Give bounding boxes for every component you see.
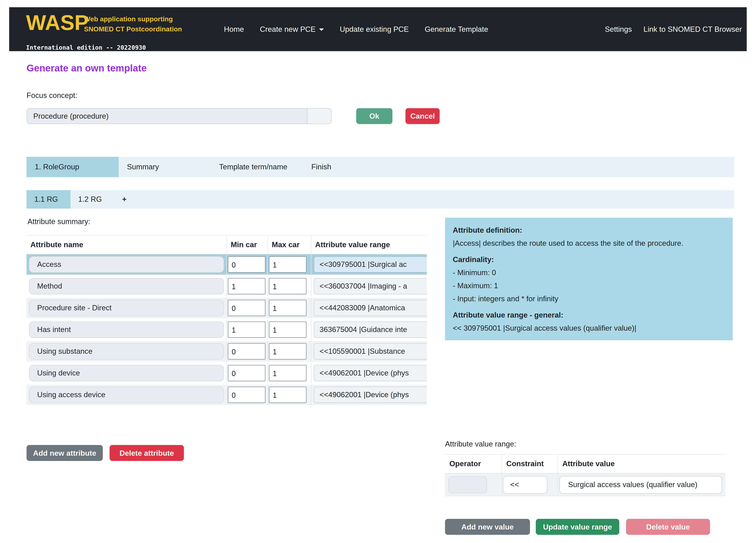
attribute-value-range-field[interactable]: <<442083009 |Anatomica bbox=[314, 300, 427, 316]
table-row-has-intent[interactable]: Has intent 363675004 |Guidance inte bbox=[27, 320, 427, 340]
max-car-input[interactable] bbox=[269, 365, 307, 381]
attribute-value-range-label: Attribute value range: bbox=[445, 440, 516, 448]
attribute-name-field[interactable]: Using substance bbox=[29, 343, 224, 360]
col-attribute-value-range: Attribute value range bbox=[311, 236, 427, 254]
table-row-using-device[interactable]: Using device <<49062001 |Device (phys bbox=[27, 363, 427, 383]
add-new-value-button[interactable]: Add new value bbox=[445, 519, 530, 535]
attribute-name-field[interactable]: Has intent bbox=[29, 321, 224, 338]
value-range-general-heading: Attribute value range - general: bbox=[453, 309, 725, 322]
col-min-car: Min car bbox=[227, 236, 268, 254]
value-range-row[interactable]: << Surgical access values (qualifier val… bbox=[445, 473, 725, 496]
delete-value-button[interactable]: Delete value bbox=[626, 519, 710, 535]
max-car-input[interactable] bbox=[269, 278, 307, 294]
tab-summary[interactable]: Summary bbox=[119, 157, 211, 177]
nav-item-update-existing-pce[interactable]: Update existing PCE bbox=[340, 25, 409, 34]
add-new-attribute-button[interactable]: Add new attribute bbox=[27, 445, 103, 461]
max-car-input[interactable] bbox=[269, 256, 307, 273]
attribute-value-range-field[interactable]: <<49062001 |Device (phys bbox=[314, 387, 427, 403]
value-range-table-header: Operator Constraint Attribute value bbox=[445, 454, 725, 473]
top-navbar: WASP Web application supporting SNOMED C… bbox=[9, 7, 747, 51]
max-car-input[interactable] bbox=[269, 343, 307, 360]
attribute-name-field[interactable]: Access bbox=[29, 256, 224, 273]
attribute-value-range-field[interactable]: <<49062001 |Device (phys bbox=[314, 365, 427, 381]
col-operator: Operator bbox=[445, 455, 502, 473]
operator-input bbox=[448, 476, 487, 493]
value-range-general-text: << 309795001 |Surgical access values (qu… bbox=[453, 321, 725, 334]
table-row-using-access-device[interactable]: Using access device <<49062001 |Device (… bbox=[27, 385, 427, 405]
nav-item-settings[interactable]: Settings bbox=[605, 25, 632, 34]
table-row-access[interactable]: Access <<309795001 |Surgical ac bbox=[27, 254, 427, 275]
focus-concept-value: Procedure (procedure) bbox=[27, 109, 331, 123]
cardinality-maximum: - Maximum: 1 bbox=[453, 279, 725, 292]
definition-text: |Access| describes the route used to acc… bbox=[453, 237, 725, 250]
update-value-range-button[interactable]: Update value range bbox=[536, 519, 619, 535]
col-max-car: Max car bbox=[268, 236, 311, 254]
page-title: Generate an own template bbox=[27, 63, 147, 74]
max-car-input[interactable] bbox=[269, 300, 307, 316]
attribute-definition-panel: Attribute definition: |Access| describes… bbox=[445, 218, 733, 340]
attribute-value-range-field[interactable]: <<309795001 |Surgical ac bbox=[314, 256, 427, 273]
col-attribute-value: Attribute value bbox=[558, 455, 725, 473]
attribute-name-field[interactable]: Procedure site - Direct bbox=[29, 300, 224, 316]
ok-button[interactable]: Ok bbox=[356, 108, 392, 124]
wizard-steps-bar: 1. RoleGroup Summary Template term/name … bbox=[27, 157, 734, 177]
min-car-input[interactable] bbox=[228, 343, 265, 360]
table-row-using-substance[interactable]: Using substance <<105590001 |Substance bbox=[27, 341, 427, 362]
nav-item-generate-template[interactable]: Generate Template bbox=[425, 25, 488, 34]
focus-concept-input-addon[interactable] bbox=[307, 109, 331, 123]
nav-item-home[interactable]: Home bbox=[224, 25, 244, 34]
tab-rg-1-2[interactable]: 1.2 RG bbox=[70, 190, 114, 209]
edition-label: International edition -- 20220930 bbox=[26, 44, 146, 51]
min-car-input[interactable] bbox=[228, 278, 265, 294]
focus-concept-input[interactable]: Procedure (procedure) bbox=[27, 108, 332, 124]
min-car-input[interactable] bbox=[228, 256, 265, 273]
min-car-input[interactable] bbox=[228, 321, 265, 338]
tab-rolegroup[interactable]: 1. RoleGroup bbox=[27, 157, 119, 177]
min-car-input[interactable] bbox=[228, 300, 265, 316]
attribute-name-field[interactable]: Using device bbox=[29, 365, 224, 381]
navbar-menu: Home Create new PCE Update existing PCE … bbox=[224, 7, 488, 51]
chevron-down-icon bbox=[319, 28, 324, 31]
attribute-table-header: Attribute name Min car Max car Attribute… bbox=[27, 235, 427, 254]
cardinality-input-rule: - Input: integers and * for infinity bbox=[453, 292, 725, 305]
attribute-value-range-table: Operator Constraint Attribute value << S… bbox=[445, 454, 725, 496]
min-car-input[interactable] bbox=[228, 387, 265, 403]
max-car-input[interactable] bbox=[269, 321, 307, 338]
attribute-value-range-field[interactable]: 363675004 |Guidance inte bbox=[314, 321, 427, 338]
app-tagline-line2: SNOMED CT Postcoordination bbox=[84, 24, 182, 34]
attribute-value-input[interactable]: Surgical access values (qualifier value) bbox=[560, 476, 722, 494]
cancel-button[interactable]: Cancel bbox=[405, 108, 440, 124]
app-tagline: Web application supporting SNOMED CT Pos… bbox=[84, 14, 182, 34]
attribute-name-field[interactable]: Using access device bbox=[29, 387, 224, 403]
focus-concept-label: Focus concept: bbox=[27, 91, 77, 100]
nav-item-snomed-browser-link[interactable]: Link to SNOMED CT Browser bbox=[644, 25, 742, 34]
rolegroup-tabs-bar: 1.1 RG 1.2 RG + bbox=[27, 190, 734, 209]
table-row-procedure-site-direct[interactable]: Procedure site - Direct <<442083009 |Ana… bbox=[27, 298, 427, 318]
add-rolegroup-tab[interactable]: + bbox=[114, 190, 158, 209]
cardinality-minimum: - Minimum: 0 bbox=[453, 266, 725, 279]
navbar-right-menu: Settings Link to SNOMED CT Browser bbox=[605, 7, 742, 51]
app-logo: WASP bbox=[26, 11, 89, 34]
col-constraint: Constraint bbox=[502, 455, 558, 473]
attribute-summary-table: Attribute name Min car Max car Attribute… bbox=[27, 235, 427, 406]
attribute-name-field[interactable]: Method bbox=[29, 278, 224, 294]
attribute-value-range-field[interactable]: <<105590001 |Substance bbox=[314, 343, 427, 360]
delete-attribute-button[interactable]: Delete attribute bbox=[110, 445, 184, 461]
nav-item-create-new-pce-label: Create new PCE bbox=[260, 25, 316, 33]
tab-template-term-name[interactable]: Template term/name bbox=[211, 157, 303, 177]
min-car-input[interactable] bbox=[228, 365, 265, 381]
app-tagline-line1: Web application supporting bbox=[84, 14, 182, 24]
cardinality-heading: Cardinality: bbox=[453, 253, 725, 266]
tab-finish[interactable]: Finish bbox=[303, 157, 395, 177]
tab-rg-1-1[interactable]: 1.1 RG bbox=[27, 190, 70, 209]
page-root: WASP Web application supporting SNOMED C… bbox=[0, 0, 756, 543]
constraint-input[interactable]: << bbox=[503, 476, 547, 494]
definition-heading: Attribute definition: bbox=[453, 223, 725, 237]
attribute-value-range-field[interactable]: <<360037004 |Imaging - a bbox=[314, 278, 427, 294]
nav-item-create-new-pce[interactable]: Create new PCE bbox=[260, 25, 324, 34]
table-row-method[interactable]: Method <<360037004 |Imaging - a bbox=[27, 276, 427, 296]
col-attribute-name: Attribute name bbox=[27, 236, 227, 254]
attribute-summary-label: Attribute summary: bbox=[28, 217, 90, 226]
max-car-input[interactable] bbox=[269, 387, 307, 403]
